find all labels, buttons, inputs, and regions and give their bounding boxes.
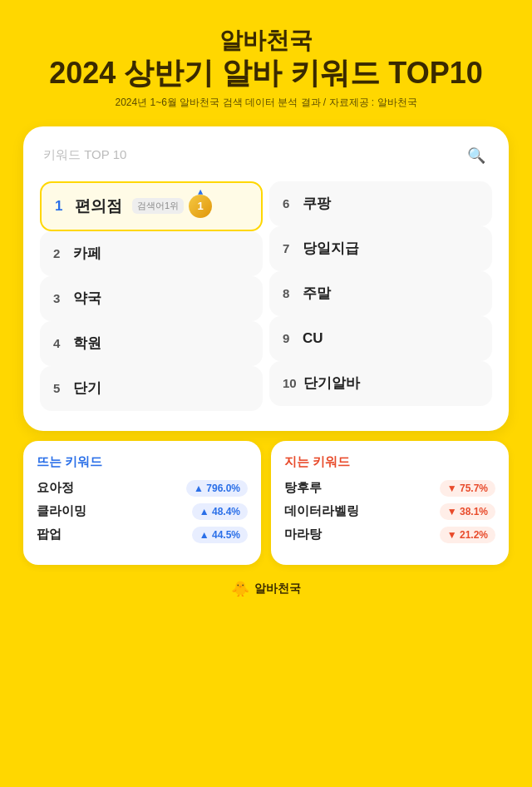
falling-row: 마라탕 ▼ 21.2%	[284, 527, 495, 543]
keyword-item-1[interactable]: 1 편의점 검색어1위 1	[40, 181, 263, 231]
keyword-item-2[interactable]: 2 카페	[40, 231, 263, 276]
footer-logo: 알바천국	[254, 582, 301, 596]
right-column: 6 쿠팡 7 당일지급 8 주말 9 CU 10 단기알바	[269, 181, 492, 411]
rank-number: 10	[283, 376, 297, 390]
keyword-item-6[interactable]: 6 쿠팡	[269, 181, 492, 226]
keyword-text: CU	[303, 330, 323, 347]
rank1-badge-area: 검색어1위 1	[132, 195, 212, 218]
keyword-text: 카페	[73, 244, 101, 263]
rank-number: 4	[53, 336, 66, 350]
search-bar: 키워드 TOP 10 🔍	[40, 143, 492, 171]
footer-icon: 🐥	[231, 580, 249, 598]
keyword-text: 학원	[73, 334, 101, 353]
header-description: 2024년 1~6월 알바천국 검색 데이터 분석 결과 / 자료제공 : 알바…	[49, 96, 483, 110]
keyword-item-10[interactable]: 10 단기알바	[269, 361, 492, 406]
trend-badge-up: ▲ 44.5%	[192, 527, 248, 543]
trend-keyword: 탕후루	[284, 480, 322, 496]
rising-list: 요아정 ▲ 796.0% 클라이밍 ▲ 48.4% 팝업 ▲ 44.5%	[37, 480, 248, 543]
header: 알바천국 2024 상반기 알바 키워드 TOP10 2024년 1~6월 알바…	[49, 27, 483, 110]
footer: 🐥 알바천국	[231, 580, 301, 598]
keyword-text: 당일지급	[303, 239, 359, 258]
trend-keyword: 팝업	[37, 527, 62, 542]
trend-badge-up: ▲ 796.0%	[186, 480, 248, 497]
keyword-item-8[interactable]: 8 주말	[269, 271, 492, 316]
trend-badge-up: ▲ 48.4%	[192, 503, 248, 520]
keyword-text: 약국	[73, 289, 101, 308]
bottom-section: 뜨는 키워드 요아정 ▲ 796.0% 클라이밍 ▲ 48.4% 팝업 ▲ 44…	[23, 441, 509, 565]
trend-keyword: 클라이밍	[37, 503, 86, 519]
keyword-text: 주말	[303, 284, 331, 303]
rank-number: 2	[53, 246, 66, 260]
rank-number: 5	[53, 381, 66, 395]
rank-number: 6	[283, 196, 296, 210]
main-title: 2024 상반기 알바 키워드 TOP10	[49, 55, 483, 91]
rank-number: 9	[283, 331, 296, 345]
rank-number: 1	[55, 198, 68, 215]
falling-title: 지는 키워드	[284, 454, 495, 470]
trend-badge-down: ▼ 38.1%	[440, 503, 495, 520]
keyword-text: 쿠팡	[303, 194, 331, 213]
falling-row: 데이터라벨링 ▼ 38.1%	[284, 503, 495, 520]
falling-card: 지는 키워드 탕후루 ▼ 75.7% 데이터라벨링 ▼ 38.1% 마라탕 ▼ …	[271, 441, 509, 565]
rank-number: 7	[283, 241, 296, 255]
keyword-text: 단기	[73, 379, 101, 398]
rank-number: 3	[53, 291, 66, 305]
trend-badge-down: ▼ 21.2%	[440, 527, 495, 543]
brand-title: 알바천국	[49, 27, 483, 55]
trend-keyword: 마라탕	[284, 527, 322, 542]
rising-row: 팝업 ▲ 44.5%	[37, 527, 248, 543]
rising-card: 뜨는 키워드 요아정 ▲ 796.0% 클라이밍 ▲ 48.4% 팝업 ▲ 44…	[23, 441, 261, 565]
medal-icon: 1	[189, 195, 212, 218]
rising-title: 뜨는 키워드	[37, 454, 248, 470]
left-column: 1 편의점 검색어1위 1 2 카페 3 약국 4 학원 5 단기	[40, 181, 263, 411]
keyword-item-3[interactable]: 3 약국	[40, 276, 263, 321]
keywords-grid: 1 편의점 검색어1위 1 2 카페 3 약국 4 학원 5 단기 6 쿠팡 7…	[40, 181, 492, 411]
keyword-item-4[interactable]: 4 학원	[40, 321, 263, 366]
keyword-item-7[interactable]: 7 당일지급	[269, 226, 492, 271]
keyword-text: 편의점	[75, 196, 122, 217]
rank1-label: 검색어1위	[132, 198, 184, 214]
rising-row: 요아정 ▲ 796.0%	[37, 480, 248, 497]
keyword-item-9[interactable]: 9 CU	[269, 316, 492, 361]
main-card: 키워드 TOP 10 🔍 1 편의점 검색어1위 1 2 카페 3 약국 4 학…	[23, 126, 509, 431]
search-label: 키워드 TOP 10	[43, 147, 126, 163]
rising-row: 클라이밍 ▲ 48.4%	[37, 503, 248, 520]
trend-keyword: 데이터라벨링	[284, 503, 359, 519]
falling-row: 탕후루 ▼ 75.7%	[284, 480, 495, 497]
trend-keyword: 요아정	[37, 480, 74, 496]
keyword-item-5[interactable]: 5 단기	[40, 366, 263, 411]
trend-badge-down: ▼ 75.7%	[440, 480, 495, 497]
falling-list: 탕후루 ▼ 75.7% 데이터라벨링 ▼ 38.1% 마라탕 ▼ 21.2%	[284, 480, 495, 543]
keyword-text: 단기알바	[303, 374, 360, 393]
search-icon[interactable]: 🔍	[467, 146, 485, 165]
rank-number: 8	[283, 286, 296, 300]
